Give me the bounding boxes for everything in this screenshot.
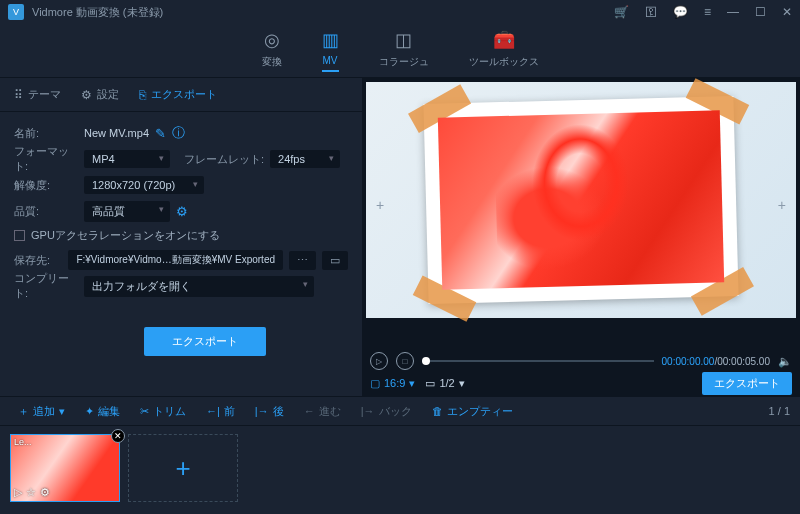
page-select[interactable]: ▭ 1/2 ▾ xyxy=(425,377,464,390)
stop-button[interactable]: □ xyxy=(396,352,414,370)
backop-icon: |→ xyxy=(361,405,375,417)
trash-icon: 🗑 xyxy=(432,405,443,417)
info-icon[interactable]: ⓘ xyxy=(172,124,185,142)
theme-icon: ⠿ xyxy=(14,88,23,102)
empty-button[interactable]: 🗑エンプティー xyxy=(424,401,521,422)
mv-icon: ▥ xyxy=(322,29,339,51)
volume-icon[interactable]: 🔈 xyxy=(778,355,792,368)
resolution-label: 解像度: xyxy=(14,178,76,193)
settings-icon[interactable]: ⚙ xyxy=(40,486,50,499)
framerate-label: フレームレット: xyxy=(184,152,264,167)
quality-label: 品質: xyxy=(14,204,76,219)
subtab-theme[interactable]: ⠿ テーマ xyxy=(14,87,61,102)
export-button[interactable]: エクスポート xyxy=(144,327,266,356)
window-title: Vidmore 動画変換 (未登録) xyxy=(32,5,614,20)
chevron-down-icon: ▾ xyxy=(59,405,65,418)
cart-icon[interactable]: 🛒 xyxy=(614,5,629,19)
framerate-select[interactable]: 24fps xyxy=(270,150,340,168)
format-select[interactable]: MP4 xyxy=(84,150,170,168)
scissors-icon: ✂ xyxy=(140,405,149,418)
add-button[interactable]: ＋追加▾ xyxy=(10,401,73,422)
play-button[interactable]: ▷ xyxy=(370,352,388,370)
complete-select[interactable]: 出力フォルダを開く xyxy=(84,276,314,297)
close-icon[interactable]: ✕ xyxy=(782,5,792,19)
preview-export-button[interactable]: エクスポート xyxy=(702,372,792,395)
back-button[interactable]: |→後 xyxy=(247,401,292,422)
resolution-select[interactable]: 1280x720 (720p) xyxy=(84,176,204,194)
gear-icon: ⚙ xyxy=(81,88,92,102)
quality-select[interactable]: 高品質 xyxy=(84,201,170,222)
name-label: 名前: xyxy=(14,126,76,141)
page-icon: ▭ xyxy=(425,377,435,390)
gpu-checkbox[interactable]: GPUアクセラレーションをオンにする xyxy=(14,224,348,247)
edit-name-icon[interactable]: ✎ xyxy=(155,126,166,141)
front-icon: ←| xyxy=(206,405,220,417)
browse-button[interactable]: ⋯ xyxy=(289,251,316,270)
tab-collage[interactable]: ◫ コラージュ xyxy=(379,29,429,73)
thumb-label: Le... xyxy=(14,437,32,447)
saveto-path[interactable]: F:¥Vidmore¥Vidmo…動画変換¥MV Exported xyxy=(68,250,283,270)
edit-button[interactable]: ✦編集 xyxy=(77,401,128,422)
chevron-down-icon: ▾ xyxy=(409,377,415,390)
maximize-icon[interactable]: ☐ xyxy=(755,5,766,19)
openfolder-icon[interactable]: ▭ xyxy=(322,251,348,270)
wand-icon: ✦ xyxy=(85,405,94,418)
add-clip-button[interactable]: + xyxy=(128,434,238,502)
collage-icon: ◫ xyxy=(395,29,412,51)
star-icon[interactable]: ☆ xyxy=(26,486,36,499)
play-icon[interactable]: ▷ xyxy=(14,486,22,499)
photo-frame xyxy=(423,96,738,304)
complete-label: コンプリート: xyxy=(14,271,76,301)
checkbox-icon xyxy=(14,230,25,241)
page-indicator: 1 / 1 xyxy=(769,405,790,417)
trim-button[interactable]: ✂トリム xyxy=(132,401,194,422)
toolbox-icon: 🧰 xyxy=(493,29,515,51)
next-slot-icon[interactable]: + xyxy=(778,197,786,213)
name-value[interactable]: New MV.mp4 xyxy=(84,127,149,139)
delete-clip-icon[interactable]: ✕ xyxy=(111,429,125,443)
backop-button[interactable]: |→バック xyxy=(353,401,420,422)
forward-icon: ← xyxy=(304,405,315,417)
back-icon: |→ xyxy=(255,405,269,417)
forward-button[interactable]: ←進む xyxy=(296,401,349,422)
convert-icon: ◎ xyxy=(264,29,280,51)
tab-mv[interactable]: ▥ MV xyxy=(322,29,339,72)
app-logo: V xyxy=(8,4,24,20)
quality-gear-icon[interactable]: ⚙ xyxy=(176,204,188,219)
time-display: 00:00:00.00/00:00:05.00 xyxy=(662,356,770,367)
saveto-label: 保存先: xyxy=(14,253,60,268)
chat-icon[interactable]: 💬 xyxy=(673,5,688,19)
chevron-down-icon: ▾ xyxy=(459,377,465,390)
tab-convert[interactable]: ◎ 変換 xyxy=(262,29,282,73)
subtab-export[interactable]: ⎘ エクスポート xyxy=(139,87,217,102)
clip-thumbnail[interactable]: Le... ✕ ▷ ☆ ⚙ xyxy=(10,434,120,502)
export-icon: ⎘ xyxy=(139,88,146,102)
aspect-icon: ▢ xyxy=(370,377,380,390)
format-label: フォーマット: xyxy=(14,144,76,174)
minimize-icon[interactable]: — xyxy=(727,5,739,19)
subtab-settings[interactable]: ⚙ 設定 xyxy=(81,87,119,102)
preview-canvas: + + xyxy=(366,82,796,318)
prev-slot-icon[interactable]: + xyxy=(376,197,384,213)
timeline-slider[interactable] xyxy=(422,360,654,362)
menu-icon[interactable]: ≡ xyxy=(704,5,711,19)
front-button[interactable]: ←|前 xyxy=(198,401,243,422)
plus-icon: ＋ xyxy=(18,404,29,419)
key-icon[interactable]: ⚿ xyxy=(645,5,657,19)
aspect-select[interactable]: ▢ 16:9 ▾ xyxy=(370,377,415,390)
tab-toolbox[interactable]: 🧰 ツールボックス xyxy=(469,29,539,73)
